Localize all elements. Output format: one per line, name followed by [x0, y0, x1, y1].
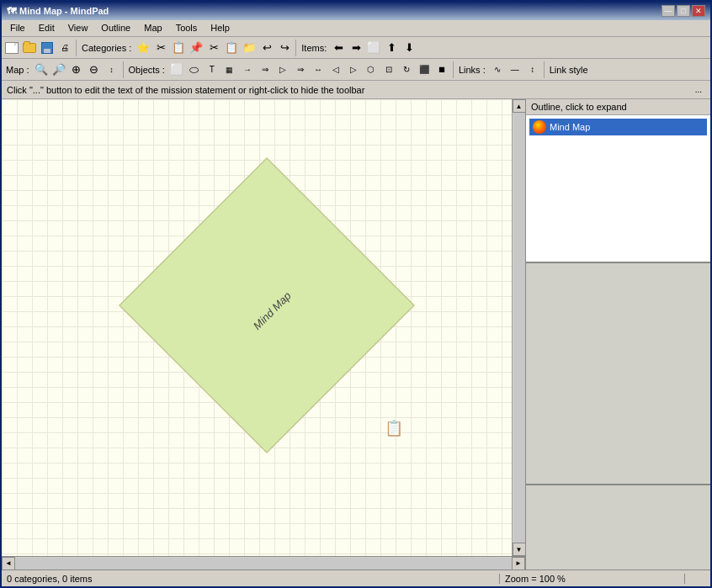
outline-header[interactable]: Outline, click to expand	[526, 99, 710, 115]
save-button[interactable]	[39, 40, 56, 56]
obj-btn-4[interactable]: ▦	[221, 61, 238, 78]
status-zoom: Zoom = 100 %	[500, 574, 685, 584]
obj-btn-16[interactable]: ⏹	[433, 61, 450, 78]
separator-1	[76, 40, 77, 56]
cat-redo-btn[interactable]: ↪	[276, 40, 293, 56]
item-btn-3[interactable]: ⬜	[365, 40, 382, 56]
close-button[interactable]: ✕	[692, 5, 705, 17]
link-style-label: Link style	[547, 65, 591, 75]
cat-btn-3[interactable]: 📋	[170, 40, 187, 56]
minimize-button[interactable]: —	[662, 5, 675, 17]
main-toolbar: 🖨 Categories : ⭐ ✂ 📋 📌 ✂ 📋 📁 ↩ ↪ Items: …	[2, 37, 710, 59]
scroll-left-button[interactable]: ◄	[2, 557, 15, 570]
map-btn-2[interactable]: 🔎	[50, 61, 67, 78]
left-main: Mind Map Mind Map 📋 ▲ ▼ ◄	[2, 99, 525, 569]
obj-btn-14[interactable]: ↻	[398, 61, 415, 78]
obj-btn-11[interactable]: ▷	[345, 61, 362, 78]
open-button[interactable]	[21, 40, 38, 56]
map-btn-4[interactable]: ⊖	[86, 61, 103, 78]
outline-content: Mind Map	[526, 115, 710, 262]
hint-text: Click "..." button to edit the text of t…	[7, 85, 364, 95]
separator-5	[544, 61, 545, 78]
canvas-with-scrollbars: Mind Map Mind Map 📋 ▲ ▼	[2, 99, 525, 556]
link-btn-1[interactable]: ∿	[489, 61, 506, 78]
obj-btn-2[interactable]: ⬭	[186, 61, 203, 78]
obj-btn-3[interactable]: T	[204, 61, 221, 78]
obj-btn-15[interactable]: ⬛	[416, 61, 433, 78]
outline-item-mindmap[interactable]: Mind Map	[529, 119, 707, 135]
item-btn-5[interactable]: ⬇	[401, 40, 417, 56]
diamond-container: Mind Map Mind Map	[111, 150, 422, 461]
links-label: Links :	[456, 65, 488, 75]
toolbar-items-section: Items: ⬅ ➡ ⬜ ⬆ ⬇	[299, 40, 417, 56]
map-btn-1[interactable]: 🔍	[33, 61, 50, 78]
obj-btn-7[interactable]: ▷	[274, 61, 291, 78]
cat-btn-4[interactable]: 📌	[188, 40, 205, 56]
obj-btn-9[interactable]: ↔	[310, 61, 327, 78]
scroll-down-button[interactable]: ▼	[513, 543, 526, 556]
toolbar-links-section: Links : ∿ — ↕ Link style	[456, 61, 591, 78]
menu-bar: File Edit View Outline Map Tools Help	[2, 20, 710, 37]
vertical-scrollbar: ▲ ▼	[512, 99, 525, 556]
scroll-right-button[interactable]: ►	[512, 557, 525, 570]
planet-icon	[533, 120, 546, 134]
separator-4	[453, 61, 454, 78]
outline-panel: Outline, click to expand Mind Map	[526, 99, 710, 263]
separator-3	[123, 61, 124, 78]
more-button[interactable]: ...	[692, 85, 705, 94]
item-btn-1[interactable]: ⬅	[330, 40, 347, 56]
app-icon: 🗺	[7, 6, 16, 16]
link-btn-3[interactable]: ↕	[524, 61, 541, 78]
cat-add-btn[interactable]: ⭐	[135, 40, 151, 56]
content-area: File Edit View Outline Map Tools Help 🖨 …	[2, 20, 710, 586]
menu-view[interactable]: View	[63, 22, 93, 34]
toolbar-categories-section: Categories : ⭐ ✂ 📋 📌 ✂ 📋 📁 ↩ ↪	[79, 40, 298, 56]
menu-edit[interactable]: Edit	[34, 22, 60, 34]
menu-file[interactable]: File	[5, 22, 30, 34]
right-panel: Outline, click to expand Mind Map	[525, 99, 710, 569]
item-btn-4[interactable]: ⬆	[383, 40, 400, 56]
new-button[interactable]	[3, 40, 20, 56]
canvas-area[interactable]: Mind Map Mind Map 📋	[2, 99, 512, 556]
toolbar-main-section: 🖨	[3, 40, 78, 56]
copy-cursor-icon: 📋	[385, 419, 403, 437]
map-label: Map :	[3, 65, 32, 75]
separator-2	[295, 40, 296, 56]
map-btn-5[interactable]: ↕	[104, 61, 120, 78]
cat-undo-btn[interactable]: ↩	[258, 40, 275, 56]
map-btn-3[interactable]: ⊕	[68, 61, 85, 78]
window-title: Mind Map - MindPad	[19, 6, 109, 16]
obj-btn-10[interactable]: ◁	[327, 61, 344, 78]
menu-tools[interactable]: Tools	[171, 22, 203, 34]
toolbar-objects-section: Objects : ⬜ ⬭ T ▦ → ⇒ ▷ ⇒ ↔ ◁ ▷ ⬡ ⊡ ↻ ⬛ …	[126, 61, 455, 78]
hint-bar: Click "..." button to edit the text of t…	[2, 81, 710, 99]
maximize-button[interactable]: □	[677, 5, 690, 17]
scroll-up-button[interactable]: ▲	[513, 99, 526, 113]
cat-btn-5[interactable]: ✂	[205, 40, 222, 56]
item-btn-2[interactable]: ➡	[348, 40, 364, 56]
cat-paste-btn[interactable]: 📁	[241, 40, 258, 56]
scroll-track-horizontal[interactable]	[15, 558, 512, 569]
obj-btn-13[interactable]: ⊡	[380, 61, 397, 78]
print-button[interactable]: 🖨	[56, 40, 73, 56]
middle-panel	[526, 263, 710, 485]
objects-label: Objects :	[126, 65, 167, 75]
link-btn-2[interactable]: —	[507, 61, 523, 78]
menu-help[interactable]: Help	[205, 22, 235, 34]
obj-btn-1[interactable]: ⬜	[168, 61, 185, 78]
cat-btn-6[interactable]: 📋	[223, 40, 240, 56]
status-bar: 0 categories, 0 items Zoom = 100 %	[2, 569, 710, 586]
obj-btn-6[interactable]: ⇒	[257, 61, 274, 78]
items-label: Items:	[299, 43, 329, 53]
categories-label: Categories :	[79, 43, 134, 53]
menu-outline[interactable]: Outline	[96, 22, 135, 34]
obj-btn-12[interactable]: ⬡	[363, 61, 380, 78]
scroll-track-vertical[interactable]	[513, 113, 525, 543]
obj-btn-8[interactable]: ⇒	[292, 61, 309, 78]
title-bar: 🗺 Mind Map - MindPad — □ ✕	[2, 2, 710, 20]
objects-toolbar: Map : 🔍 🔎 ⊕ ⊖ ↕ Objects : ⬜ ⬭ T ▦ → ⇒ ▷ …	[2, 59, 710, 81]
cat-btn-2[interactable]: ✂	[152, 40, 169, 56]
obj-btn-5[interactable]: →	[239, 61, 256, 78]
mind-map-diamond[interactable]: Mind Map	[111, 150, 422, 461]
menu-map[interactable]: Map	[139, 22, 167, 34]
